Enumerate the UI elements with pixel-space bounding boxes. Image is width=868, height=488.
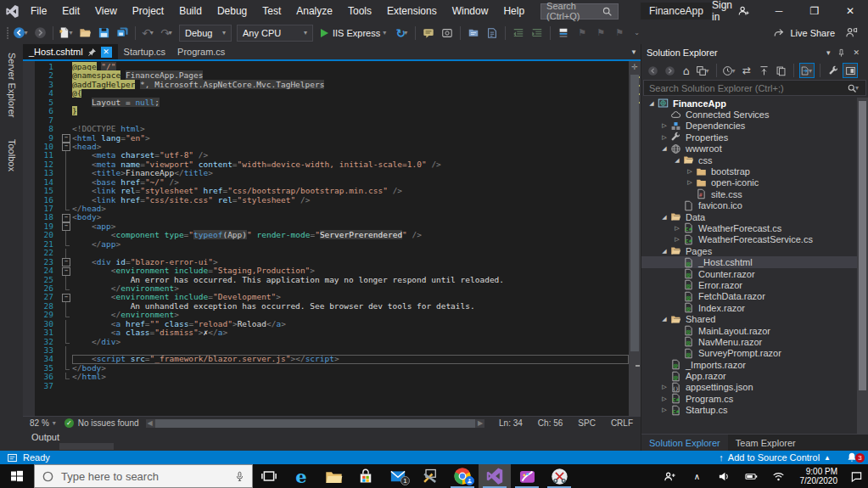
scroll-left-icon[interactable]: ◀ xyxy=(146,419,154,427)
taskbar-app-chrome[interactable] xyxy=(446,464,479,488)
expander-icon[interactable]: ▷ xyxy=(685,168,695,175)
se-forward-icon[interactable] xyxy=(662,63,677,78)
expander-icon[interactable]: ◢ xyxy=(659,316,669,323)
column-indicator[interactable]: Ch: 56 xyxy=(530,418,570,428)
menu-tools[interactable]: Tools xyxy=(340,0,379,22)
close-button[interactable]: ✕ xyxy=(832,0,868,22)
menu-file[interactable]: File xyxy=(23,0,54,22)
line-indicator[interactable]: Ln: 34 xyxy=(491,418,530,428)
menu-build[interactable]: Build xyxy=(171,0,210,22)
expander-icon[interactable]: ▷ xyxy=(672,225,682,232)
notifications-button[interactable]: 3 xyxy=(846,452,861,463)
expander-icon[interactable]: ◢ xyxy=(659,214,669,221)
health-indicator-icon[interactable]: ✓ xyxy=(64,418,74,428)
menu-edit[interactable]: Edit xyxy=(54,0,87,22)
outline-margin[interactable] xyxy=(62,258,72,266)
se-collapse-icon[interactable] xyxy=(756,63,771,78)
indent-in-icon[interactable] xyxy=(528,24,546,42)
tree-item-financeapp[interactable]: ◢FinanceApp xyxy=(641,98,868,109)
expander-icon[interactable]: ▷ xyxy=(659,122,669,129)
expander-icon[interactable]: ▷ xyxy=(659,134,669,141)
se-switch-icon[interactable]: ▾ xyxy=(696,63,711,78)
expander-icon[interactable]: ▷ xyxy=(672,236,682,243)
nav-tree-icon[interactable] xyxy=(464,24,483,42)
tree-item-app-razor[interactable]: @App.razor xyxy=(641,370,868,381)
solution-search-box[interactable]: Search Solution Explorer (Ctrl+;) ▾ xyxy=(643,80,866,96)
open-folder-icon[interactable] xyxy=(76,24,94,42)
window-position-icon[interactable]: ▾ xyxy=(823,48,834,57)
restart-icon[interactable]: ↻▾ xyxy=(393,24,412,42)
se-preview-boxed-icon[interactable] xyxy=(843,63,858,78)
output-panel-stub[interactable] xyxy=(59,443,114,450)
taskbar-app-visual-studio[interactable] xyxy=(479,464,511,488)
search-icon[interactable] xyxy=(602,6,613,17)
start-button[interactable] xyxy=(0,464,34,488)
live-share-button[interactable]: Live Share xyxy=(773,27,835,39)
scrollbar-thumb[interactable] xyxy=(630,75,639,351)
se-docs-icon[interactable] xyxy=(773,63,788,78)
add-to-source-control-button[interactable]: ↑ Add to Source Control ▲ xyxy=(719,452,831,463)
tool-tab-toolbox[interactable]: Toolbox xyxy=(7,134,17,177)
expander-icon[interactable]: ◢ xyxy=(659,145,669,152)
se-active-doc-boxed-icon[interactable]: ▾ xyxy=(799,63,815,78)
tree-item-index-razor[interactable]: @Index.razor xyxy=(641,302,868,313)
outline-margin[interactable] xyxy=(62,143,72,151)
expander-icon[interactable]: ◢ xyxy=(672,157,682,164)
toolbar-overflow-icon[interactable]: ⌄ xyxy=(634,29,640,36)
scroll-right-icon[interactable]: ▶ xyxy=(476,419,484,427)
outline-margin[interactable] xyxy=(62,222,72,231)
save-all-icon[interactable] xyxy=(113,24,132,42)
menu-window[interactable]: Window xyxy=(445,0,496,22)
menu-help[interactable]: Help xyxy=(496,0,532,22)
bm-prev-icon[interactable]: ⚑ xyxy=(573,24,591,42)
speaker-icon[interactable] xyxy=(715,467,734,485)
close-tab-icon[interactable]: ✕ xyxy=(101,47,112,58)
output-panel-tab[interactable]: Output xyxy=(31,432,59,442)
tree-item-dependencies[interactable]: ▷Dependencies xyxy=(641,121,868,132)
tree-item-pages[interactable]: ◢Pages xyxy=(641,245,868,256)
battery-icon[interactable] xyxy=(742,467,761,485)
chevron-up-icon[interactable]: ∧ xyxy=(688,467,707,485)
tree-item-bootstrap[interactable]: ▷bootstrap xyxy=(641,165,868,177)
tree-item-weatherforecastservice-cs[interactable]: ▷C#WeatherForecastService.cs xyxy=(641,234,868,245)
tree-item-weatherforecast-cs[interactable]: ▷C#WeatherForecast.cs xyxy=(641,222,868,233)
se-pending-icon[interactable]: ▾ xyxy=(722,63,737,78)
tree-item-data[interactable]: ◢Data xyxy=(641,211,868,222)
bm-next-icon[interactable]: ⚑ xyxy=(591,24,610,42)
sign-in-button[interactable]: Sign in xyxy=(712,0,749,23)
microphone-icon[interactable] xyxy=(234,471,245,482)
tree-item-site-css[interactable]: #site.css xyxy=(641,188,868,199)
minimize-button[interactable]: ─ xyxy=(761,0,797,22)
document-tab[interactable]: _Host.cshtml✕ xyxy=(23,44,118,59)
hscroll-thumb[interactable] xyxy=(155,419,476,428)
tree-item-surveyprompt-razor[interactable]: @SurveyPrompt.razor xyxy=(641,348,868,359)
frame-icon[interactable] xyxy=(438,24,456,42)
line-ending-indicator[interactable]: CRLF xyxy=(603,418,641,428)
action-center-icon[interactable] xyxy=(849,470,863,483)
tool-tab-server-explorer[interactable]: Server Explorer xyxy=(7,48,17,122)
solution-platform-dropdown[interactable]: Any CPU▾ xyxy=(237,25,313,42)
quick-search-box[interactable]: Search (Ctrl+Q) xyxy=(540,3,619,20)
code-editor[interactable]: 1@page "/"2@namespace FinanceApp.Pages3@… xyxy=(23,61,641,416)
taskbar-app-snip-sketch[interactable] xyxy=(543,464,575,488)
outline-margin[interactable] xyxy=(62,266,72,275)
wifi-icon[interactable] xyxy=(770,467,788,485)
taskbar-app-file-explorer[interactable] xyxy=(317,464,350,488)
taskbar-clock[interactable]: 9:00 PM 7/20/2020 xyxy=(797,467,842,485)
tree-item-shared[interactable]: ◢Shared xyxy=(641,313,868,324)
solution-configuration-dropdown[interactable]: Debug▾ xyxy=(179,25,232,42)
menu-view[interactable]: View xyxy=(87,0,125,22)
editor-horizontal-scrollbar[interactable]: ◀ ▶ xyxy=(146,419,485,428)
nav-doc-icon[interactable] xyxy=(483,24,501,42)
zoom-level-dropdown[interactable]: 82 % ▾ xyxy=(23,418,64,428)
tree-item-connected-services[interactable]: Connected Services xyxy=(641,109,868,120)
tree-item-wwwroot[interactable]: ◢wwwroot xyxy=(641,143,868,154)
tree-item-open-iconic[interactable]: ▷open-iconic xyxy=(641,177,868,188)
bookmark-icon[interactable] xyxy=(554,24,573,42)
expander-icon[interactable]: ▷ xyxy=(659,395,669,402)
document-list-dropdown-icon[interactable]: ▼ xyxy=(630,48,637,56)
forward-icon[interactable] xyxy=(31,24,49,42)
maximize-button[interactable]: ❐ xyxy=(797,0,832,22)
se-home-icon[interactable]: ⌂ xyxy=(679,63,694,78)
issues-label[interactable]: No issues found xyxy=(78,418,139,428)
